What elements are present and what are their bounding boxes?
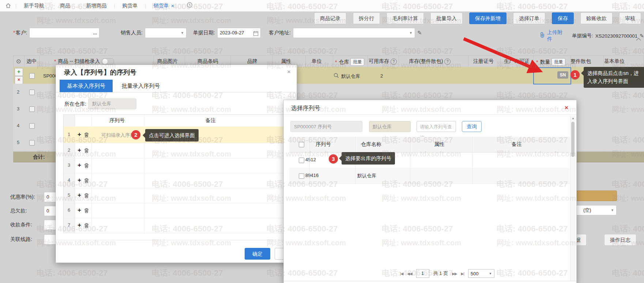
- modal1-row-5[interactable]: 5+: [64, 188, 290, 203]
- delete-row-button[interactable]: ×: [15, 76, 23, 84]
- serial-entry-modal: 录入【序列号】的序列号 × 基本录入序列号 批量录入序列号 所在仓库: 默认仓库…: [56, 65, 297, 263]
- trash-icon[interactable]: [84, 178, 89, 183]
- collapse-chevron-up-icon[interactable]: [636, 36, 641, 42]
- help-icon[interactable]: ?: [391, 59, 397, 65]
- trash-icon[interactable]: [84, 132, 89, 137]
- modal1-row-2[interactable]: 2+: [64, 143, 290, 158]
- date-input[interactable]: 2023-09-27: [217, 28, 261, 38]
- trash-icon[interactable]: [84, 223, 89, 228]
- col-header-brand: 品牌: [247, 58, 257, 65]
- modal2-selectall-checkbox[interactable]: [299, 142, 304, 147]
- page-prev-button[interactable]: ◀◀: [407, 272, 412, 276]
- modal1-row-4[interactable]: 4+: [64, 173, 290, 188]
- modal1-warehouse-input[interactable]: 默认仓库: [88, 98, 136, 109]
- salesperson-label: 销售人员:: [121, 30, 143, 36]
- toolbar-button-4[interactable]: 批量导入: [430, 12, 463, 24]
- row-number: 6: [68, 207, 70, 213]
- modal2-query-button[interactable]: 查询: [462, 121, 482, 132]
- tab-close-icon[interactable]: ×: [171, 3, 174, 9]
- select-all-target-icon[interactable]: ⊙: [16, 58, 21, 65]
- modal2-row-2[interactable]: 89416默认仓库: [289, 168, 570, 184]
- page-next-button[interactable]: ▶▶: [452, 272, 457, 276]
- row-checkbox[interactable]: [29, 106, 35, 112]
- history-clock-icon[interactable]: [187, 2, 193, 10]
- row1-checkbox[interactable]: [29, 73, 35, 79]
- modal2-product-input[interactable]: SP000007 序列号: [290, 121, 362, 132]
- operation-log-button[interactable]: 操作日志: [604, 234, 636, 246]
- toolbar-button-8[interactable]: 赊账收款: [580, 12, 613, 24]
- tab-3[interactable]: 新增商品: [79, 3, 114, 9]
- trash-icon[interactable]: [84, 193, 89, 198]
- warehouse-search-icon[interactable]: [334, 73, 339, 80]
- tab-2[interactable]: 商品: [53, 3, 78, 9]
- trash-icon[interactable]: [84, 163, 89, 168]
- home-icon[interactable]: [5, 3, 11, 10]
- modal2-col-serial: 序列号: [316, 141, 331, 148]
- add-serial-icon[interactable]: +: [78, 162, 81, 169]
- add-serial-icon[interactable]: +: [78, 131, 81, 138]
- sn-button[interactable]: SN: [557, 71, 568, 79]
- add-serial-icon[interactable]: +: [78, 207, 81, 214]
- modal2-scrollbar-track[interactable]: ▲: [570, 116, 576, 281]
- salesperson-select[interactable]: ▼: [145, 28, 187, 38]
- add-serial-icon[interactable]: +: [78, 222, 81, 229]
- qty-batch-button[interactable]: 批量: [551, 58, 565, 66]
- trash-icon[interactable]: [84, 148, 89, 153]
- modal2-warehouse-input[interactable]: 默认仓库: [369, 121, 411, 132]
- docno-label: 单据编号:: [572, 33, 593, 39]
- modal2-close-icon[interactable]: ×: [565, 105, 568, 111]
- customer-input[interactable]: ...: [29, 28, 99, 38]
- toolbar-button-7[interactable]: 保存: [552, 12, 574, 24]
- row-checkbox[interactable]: [299, 158, 304, 163]
- toolbar-button-2[interactable]: 拆分行: [353, 12, 380, 24]
- watermark-phone: 电话: 4006-6500-27: [37, 46, 108, 57]
- col-header-regno: 注册证号: [473, 58, 494, 65]
- tab-batch-serial-entry[interactable]: 批量录入序列号: [114, 80, 167, 92]
- warehouse-batch-button[interactable]: 批量: [350, 58, 364, 66]
- row-checkbox[interactable]: [29, 123, 35, 129]
- tab-4[interactable]: 购货单: [115, 3, 145, 9]
- tab-basic-serial-entry[interactable]: 基本录入序列号: [60, 80, 113, 92]
- field-label-4: 关联线路:: [10, 236, 32, 243]
- calendar-icon[interactable]: [253, 30, 259, 39]
- modal1-row-7[interactable]: 7+: [64, 218, 290, 233]
- toolbar-button-1[interactable]: 商品记录: [314, 12, 346, 24]
- modal1-table-header: 序列号 备注: [64, 115, 290, 127]
- add-serial-icon[interactable]: +: [78, 177, 81, 184]
- row-checkbox[interactable]: [29, 140, 35, 146]
- toolbar-button-3[interactable]: 毛利率计算: [387, 12, 424, 24]
- page-last-button[interactable]: ▶|: [461, 272, 464, 276]
- address-select[interactable]: ▼: [293, 28, 415, 38]
- field-label-3: 收款条件:: [10, 222, 32, 228]
- modal2-vline: [309, 137, 310, 184]
- modal1-close-icon[interactable]: ×: [287, 69, 291, 75]
- tab-5[interactable]: 销货单×: [146, 3, 182, 9]
- customer-label: *客户:: [13, 30, 27, 36]
- row-number: 5: [17, 140, 19, 145]
- scrollbar-thumb[interactable]: [571, 122, 575, 157]
- row-checkbox[interactable]: [29, 90, 35, 95]
- modal1-row-3[interactable]: 3+: [64, 158, 290, 173]
- customer-picker-button[interactable]: ...: [93, 28, 97, 38]
- add-serial-icon[interactable]: +: [78, 192, 81, 199]
- toolbar-button-9[interactable]: 审核: [619, 12, 641, 24]
- page-first-button[interactable]: |◀: [400, 272, 403, 276]
- add-serial-icon[interactable]: +: [78, 147, 81, 154]
- docno-group: 上传附件 单据编号: XS2023092700001 ✎: [540, 29, 644, 42]
- toolbar-button-5[interactable]: 保存并新增: [469, 12, 506, 24]
- row-checkbox[interactable]: [299, 173, 304, 179]
- upload-attachment-link[interactable]: 上传附件: [547, 29, 566, 42]
- scan-toggle[interactable]: [102, 58, 114, 65]
- trash-icon[interactable]: [84, 208, 89, 213]
- modal2-serial-search-input[interactable]: 请输入序列号查询: [417, 121, 456, 132]
- modal1-ok-button[interactable]: 确定: [245, 248, 270, 260]
- modal1-row-6[interactable]: 6+: [64, 203, 290, 218]
- page-number-input[interactable]: 1: [416, 269, 429, 278]
- address-edit-pencil-icon[interactable]: ✎: [417, 30, 422, 36]
- help-icon[interactable]: ?: [444, 59, 451, 65]
- scrollbar-up-arrow[interactable]: ▲: [572, 117, 575, 120]
- page-size-select[interactable]: 500▼: [468, 269, 494, 278]
- add-row-button[interactable]: +: [15, 68, 23, 76]
- tab-1[interactable]: 新手导航: [16, 3, 52, 9]
- toolbar-button-6[interactable]: 选择订单: [513, 12, 545, 24]
